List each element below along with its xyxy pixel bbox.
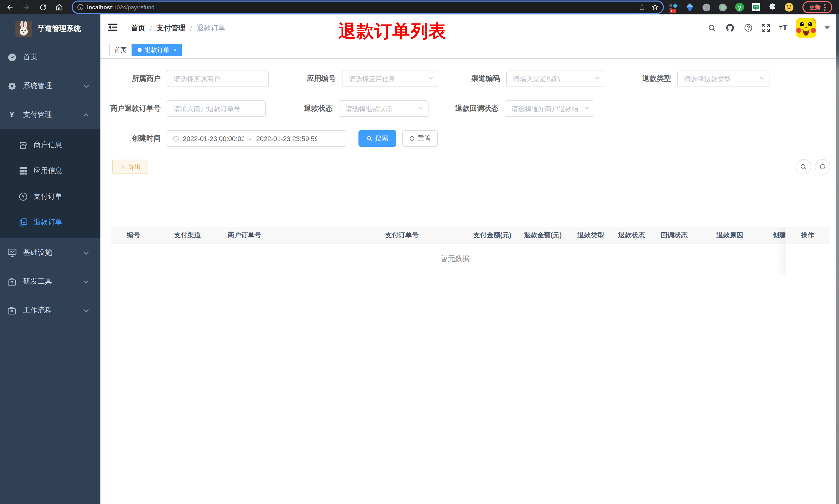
col-merchant-order-no: 商户订单号 xyxy=(228,227,261,244)
export-button[interactable]: 导出 xyxy=(112,160,148,174)
breadcrumb-current: 退款订单 xyxy=(197,24,226,33)
top-navbar: 首页 / 支付管理 / 退款订单 退款订单列表 xyxy=(101,14,839,41)
user-avatar[interactable] xyxy=(796,18,816,38)
sidebar-item-devtools[interactable]: 研发工具 xyxy=(0,267,101,296)
sidebar-item-pay-order[interactable]: ¥ 支付订单 xyxy=(0,184,101,210)
back-icon[interactable] xyxy=(3,1,17,14)
sidebar-item-label: 工作流程 xyxy=(23,306,52,315)
filter-notify-status: 退款回调状态 xyxy=(443,101,594,117)
merchant-refund-no-input[interactable] xyxy=(167,101,266,117)
home-icon[interactable] xyxy=(53,1,66,14)
briefcase-icon xyxy=(7,307,17,314)
update-button[interactable]: 更新 xyxy=(802,1,832,13)
app-logo-row: 芋道管理系统 xyxy=(0,14,101,43)
grid-icon xyxy=(19,167,27,175)
forward-icon[interactable] xyxy=(20,1,33,14)
share-icon[interactable] xyxy=(639,4,645,11)
extension-circle-icon[interactable] xyxy=(718,2,728,12)
sidebar-item-label: 商户信息 xyxy=(34,141,62,150)
extension-chat-icon[interactable] xyxy=(751,2,761,12)
extension-blocks-icon[interactable]: 10 xyxy=(668,2,678,12)
clock-icon xyxy=(173,135,179,142)
sidebar-item-label: 支付订单 xyxy=(34,192,62,201)
github-icon[interactable] xyxy=(725,23,735,32)
site-info-icon[interactable] xyxy=(77,4,84,11)
page-title-annotation: 退款订单列表 xyxy=(338,20,447,43)
sidebar-item-merchant-info[interactable]: 商户信息 xyxy=(0,132,101,158)
filter-refund-status: 退款状态 xyxy=(277,101,429,117)
extension-emoji-icon[interactable] xyxy=(784,2,794,12)
merchant-input[interactable] xyxy=(167,71,269,87)
monitor-icon xyxy=(7,249,17,257)
refresh-button[interactable] xyxy=(815,159,830,175)
filter-app: 应用编号 xyxy=(280,71,438,87)
extension-gem-icon[interactable] xyxy=(685,2,695,12)
refund-status-select[interactable] xyxy=(339,101,429,117)
sidebar-item-app-info[interactable]: 应用信息 xyxy=(0,158,101,184)
col-callback-status: 回调状态 xyxy=(661,227,688,244)
extensions-strip: 10 ⌘ y xyxy=(668,0,794,14)
content: 所属商户 应用编号 渠道编码 xyxy=(101,59,839,504)
sidebar-item-workflow[interactable]: 工作流程 xyxy=(0,296,101,325)
sidebar: 芋道管理系统 首页 系统管理 ¥ 支付管理 xyxy=(0,14,101,504)
breadcrumb: 首页 / 支付管理 / 退款订单 xyxy=(131,24,226,33)
gear-icon xyxy=(7,82,17,90)
browser-toolbar: localhost:1024/pay/refund 10 ⌘ xyxy=(0,0,839,14)
extension-command-icon[interactable]: ⌘ xyxy=(701,2,711,12)
search-button[interactable]: 搜索 xyxy=(358,130,396,147)
col-pay-channel: 支付渠道 xyxy=(174,227,201,244)
url-bar[interactable]: localhost:1024/pay/refund xyxy=(73,2,663,13)
chevron-up-icon xyxy=(84,113,89,116)
filter-create-time: 创建时间 2022-01-23 00:00:00 - 2022-01-23 23… xyxy=(105,130,346,147)
fullscreen-icon[interactable] xyxy=(762,23,770,32)
collapse-sidebar-button[interactable] xyxy=(108,23,118,31)
col-actions: 操作 xyxy=(801,227,814,244)
reset-button[interactable]: 重置 xyxy=(402,130,438,147)
tab-refund-order[interactable]: 退款订单 × xyxy=(132,44,182,56)
window-scrollbar[interactable] xyxy=(836,14,839,504)
browser-menu-dots-icon[interactable] xyxy=(824,4,825,11)
notify-status-select[interactable] xyxy=(505,101,594,117)
help-icon[interactable] xyxy=(744,23,753,32)
sidebar-item-refund-order[interactable]: 退款订单 xyxy=(0,210,101,235)
filter-channel: 渠道编码 xyxy=(445,71,604,87)
col-refund-type: 退款类型 xyxy=(577,227,604,244)
sidebar-item-label: 支付管理 xyxy=(23,110,52,120)
store-icon xyxy=(19,141,27,149)
reload-icon[interactable] xyxy=(36,1,50,14)
sidebar-item-label: 首页 xyxy=(23,53,38,62)
empty-text: 暂无数据 xyxy=(111,244,799,274)
date-range-picker[interactable]: 2022-01-23 00:00:00 - 2022-01-23 23:59:5… xyxy=(167,130,346,147)
date-start: 2022-01-23 00:00:00 xyxy=(183,134,244,142)
extension-y-icon[interactable]: y xyxy=(734,2,744,12)
logo-avatar xyxy=(15,20,32,37)
sidebar-item-payment[interactable]: ¥ 支付管理 xyxy=(0,101,101,129)
refund-doc-icon xyxy=(19,218,27,227)
sidebar-item-label: 应用信息 xyxy=(34,166,62,176)
search-icon[interactable] xyxy=(708,23,716,32)
breadcrumb-payment[interactable]: 支付管理 xyxy=(157,24,185,33)
filter-merchant: 所属商户 xyxy=(105,71,269,87)
sidebar-item-label: 系统管理 xyxy=(23,82,52,91)
main-area: 首页 / 支付管理 / 退款订单 退款订单列表 xyxy=(101,14,839,504)
col-refund-amount: 退款金额(元) xyxy=(524,227,561,244)
fixed-column-divider xyxy=(776,227,787,274)
breadcrumb-home[interactable]: 首页 xyxy=(131,24,145,33)
extension-puzzle-icon[interactable] xyxy=(767,2,777,12)
tab-home[interactable]: 首页 xyxy=(109,44,132,56)
avatar-caret-icon[interactable] xyxy=(825,26,830,29)
bookmark-star-icon[interactable] xyxy=(651,4,659,11)
sidebar-item-home[interactable]: 首页 xyxy=(0,43,101,72)
sidebar-item-label: 研发工具 xyxy=(23,277,52,286)
sidebar-item-system[interactable]: 系统管理 xyxy=(0,72,101,101)
sidebar-item-infra[interactable]: 基础设施 xyxy=(0,238,101,267)
channel-select[interactable] xyxy=(506,71,604,87)
app-select[interactable] xyxy=(342,71,438,87)
tags-view-bar: 首页 退款订单 × xyxy=(101,41,839,59)
sidebar-item-label: 退款订单 xyxy=(34,218,62,227)
close-tab-icon[interactable]: × xyxy=(174,47,177,53)
show-search-button[interactable] xyxy=(796,159,811,175)
chevron-down-icon xyxy=(84,84,89,88)
refund-type-select[interactable] xyxy=(677,71,769,87)
font-size-icon[interactable]: TT xyxy=(779,23,787,32)
